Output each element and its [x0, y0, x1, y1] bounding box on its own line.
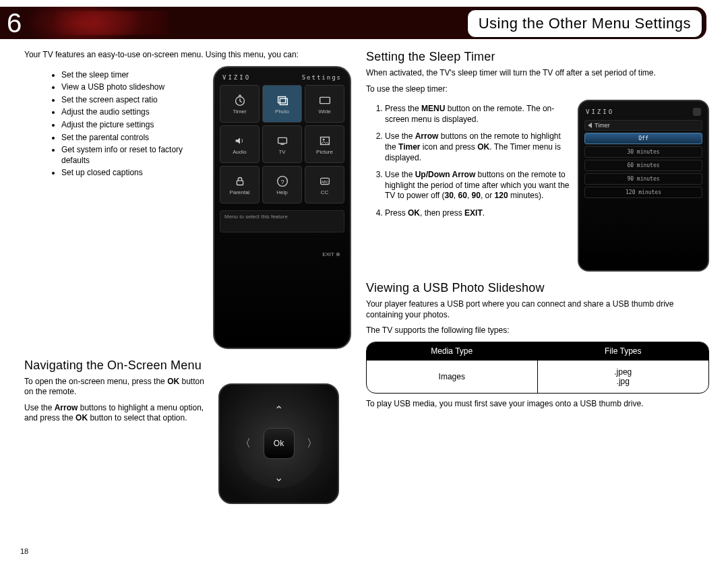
arrow-up-icon: ⌃ — [274, 404, 283, 416]
step-item: Press the MENU button on the remote. The… — [385, 104, 570, 125]
usb-p2: The TV supports the following file types… — [366, 325, 709, 336]
list-item: Set up closed captions — [61, 168, 205, 179]
feature-list: Set the sleep timer View a USB photo sli… — [24, 70, 205, 179]
navigating-heading: Navigating the On-Screen Menu — [24, 358, 351, 373]
svg-rect-6 — [280, 144, 284, 145]
chapter-title-pill: Using the Other Menu Settings — [467, 9, 702, 38]
chapter-number: 6 — [7, 7, 22, 39]
file-types-table: Media TypeFile Types Images.jpeg .jpg — [366, 342, 709, 394]
timer-back: Timer — [584, 120, 702, 131]
home-icon — [693, 108, 701, 116]
sleep-p2: To use the sleep timer: — [366, 84, 709, 95]
table-cell: .jpeg .jpg — [538, 360, 709, 393]
page-number: 18 — [20, 547, 28, 555]
sleep-p1: When activated, the TV's sleep timer wil… — [366, 68, 709, 79]
timer-menu-screenshot: VIZIO Timer Off 30 minutes 60 minutes 90… — [578, 100, 709, 272]
list-item: View a USB photo slideshow — [61, 82, 205, 93]
svg-rect-2 — [278, 97, 285, 103]
timer-option: 90 minutes — [584, 173, 702, 185]
svg-rect-1 — [239, 95, 241, 96]
usb-p1: Your player features a USB port where yo… — [366, 299, 709, 320]
step-item: Press OK, then press EXIT. — [385, 208, 570, 219]
tile-tv: TV — [262, 125, 302, 163]
list-item: Set the parental controls — [61, 133, 205, 144]
list-item: Get system info or reset to factory defa… — [61, 145, 205, 166]
ok-button-icon: Ok — [264, 428, 295, 459]
table-cell: Images — [367, 360, 538, 393]
usb-p3: To play USB media, you must first save y… — [366, 399, 709, 410]
tile-picture: Picture — [305, 125, 344, 163]
tile-help: ?Help — [262, 166, 302, 204]
svg-rect-3 — [280, 98, 287, 104]
menu-hint: Menu to select this feature — [220, 210, 344, 232]
intro-text: Your TV features an easy-to-use on-scree… — [24, 50, 351, 61]
tile-cc: ABCCC — [305, 166, 344, 204]
nav-p2: Use the Arrow buttons to highlight a men… — [24, 403, 210, 424]
tile-timer: Timer — [220, 85, 260, 123]
arrow-down-icon: ⌄ — [274, 471, 283, 484]
step-item: Use the Arrow buttons on the remote to h… — [385, 131, 570, 163]
exit-label: EXIT ⊕ — [220, 251, 344, 257]
settings-label: Settings — [302, 74, 342, 81]
timer-option: 60 minutes — [584, 160, 702, 171]
chapter-title: Using the Other Menu Settings — [479, 15, 691, 32]
brand-label: VIZIO — [222, 74, 251, 81]
timer-option: Off — [584, 133, 702, 144]
list-item: Adjust the picture settings — [61, 120, 205, 131]
sleep-heading: Setting the Sleep Timer — [366, 50, 709, 64]
tv-menu-screenshot: VIZIO Settings Timer Photo Wide Audio TV… — [213, 66, 351, 349]
svg-text:ABC: ABC — [321, 180, 328, 184]
arrow-left-icon: 〈 — [240, 437, 251, 451]
sleep-steps: Press the MENU button on the remote. The… — [366, 104, 570, 218]
tile-parental: Parental — [220, 166, 260, 204]
usb-heading: Viewing a USB Photo Slideshow — [366, 281, 709, 295]
step-item: Use the Up/Down Arrow buttons on the rem… — [385, 170, 570, 201]
svg-point-8 — [322, 139, 324, 141]
svg-text:?: ? — [280, 179, 284, 185]
timer-option: 30 minutes — [584, 146, 702, 158]
col-header: Media Type — [367, 342, 538, 360]
svg-rect-5 — [278, 138, 286, 144]
brand-label: VIZIO — [586, 108, 614, 115]
tile-wide: Wide — [305, 85, 344, 123]
col-header: File Types — [538, 342, 709, 360]
tile-photo: Photo — [262, 85, 302, 123]
remote-dpad-image: ⌃ ⌄ 〈 〉 Ok — [218, 383, 339, 504]
list-item: Set the sleep timer — [61, 70, 205, 81]
svg-rect-9 — [237, 181, 243, 185]
timer-option: 120 minutes — [584, 187, 702, 198]
back-triangle-icon — [588, 123, 592, 128]
list-item: Adjust the audio settings — [61, 107, 205, 118]
chapter-banner: 6 Using the Other Menu Settings — [0, 7, 715, 39]
svg-rect-4 — [320, 98, 330, 104]
list-item: Set the screen aspect ratio — [61, 95, 205, 106]
nav-p1: To open the on-screen menu, press the OK… — [24, 377, 210, 398]
tile-audio: Audio — [220, 125, 260, 163]
arrow-right-icon: 〉 — [307, 437, 317, 451]
